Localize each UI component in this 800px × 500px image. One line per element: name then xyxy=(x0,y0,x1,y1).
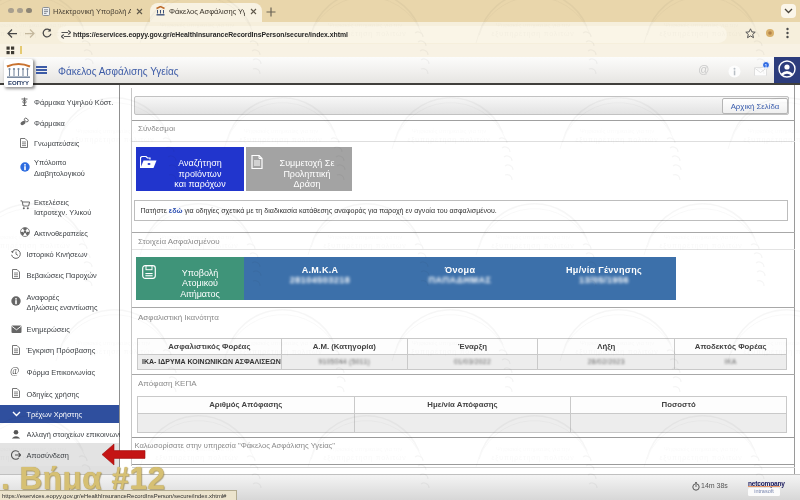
svg-text:ΕΟΠΥΥ: ΕΟΠΥΥ xyxy=(8,80,29,86)
